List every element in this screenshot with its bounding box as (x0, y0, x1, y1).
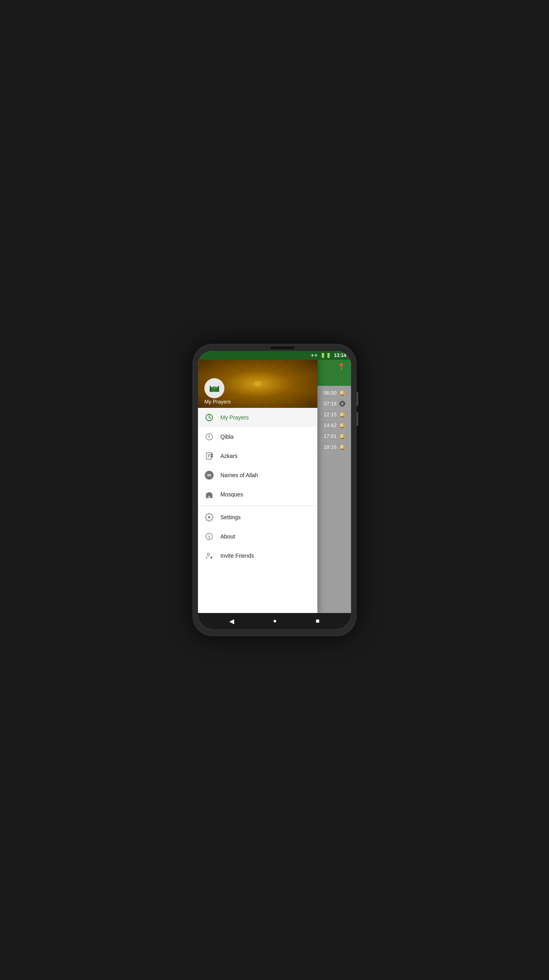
airplane-icon: ✈ (311, 353, 318, 358)
bell-icon-6[interactable] (339, 444, 345, 450)
menu-item-azkars[interactable]: Azkars (198, 446, 317, 466)
menu-label-qibla: Qibla (220, 434, 234, 440)
bell-icon-1[interactable] (339, 389, 345, 396)
menu-label-azkars: Azkars (220, 453, 238, 459)
prayer-time-2: 07:18 (323, 401, 337, 407)
svg-line-11 (238, 384, 258, 408)
drawer-avatar: ☪ (204, 378, 224, 398)
drawer-header-title: My Prayers (204, 399, 231, 405)
svg-point-46 (209, 534, 210, 535)
main-content: 📍 Erbil 06:00 07:18 (198, 360, 351, 613)
menu-label-my-prayers: My Prayers (220, 414, 249, 421)
mosque-icon (204, 490, 214, 499)
svg-line-8 (258, 384, 298, 408)
menu-item-invite-friends[interactable]: Invite Friends (198, 546, 317, 565)
menu-divider (198, 506, 317, 506)
location-pin-icon: 📍 (337, 363, 345, 371)
menu-item-my-prayers[interactable]: My Prayers (198, 408, 317, 427)
drawer-header: ☪ My Prayers (198, 360, 317, 408)
bell-icon-4[interactable] (339, 422, 345, 428)
svg-line-5 (258, 372, 298, 384)
svg-line-0 (218, 360, 258, 384)
99-names-icon: 99 (204, 470, 214, 480)
svg-line-27 (209, 417, 211, 418)
nav-back-button[interactable]: ◀ (229, 617, 234, 625)
svg-marker-29 (208, 434, 210, 437)
circle-99: 99 (205, 471, 214, 480)
svg-line-3 (258, 360, 278, 384)
menu-item-mosques[interactable]: Mosques (198, 485, 317, 504)
svg-rect-20 (210, 387, 211, 392)
volume-down-button[interactable] (357, 412, 358, 426)
menu-label-about: About (220, 533, 235, 540)
menu-item-about[interactable]: About (198, 527, 317, 546)
drawer-menu: My Prayers Qibla (198, 408, 317, 613)
svg-point-16 (254, 381, 261, 387)
svg-rect-22 (218, 387, 219, 392)
svg-line-4 (258, 360, 298, 384)
clock-icon (204, 413, 214, 422)
svg-line-7 (258, 384, 298, 396)
svg-marker-30 (208, 437, 210, 439)
mosque-svg-icon: ☪ (207, 381, 222, 395)
svg-line-15 (218, 372, 258, 384)
svg-rect-31 (206, 453, 212, 460)
volume-up-button[interactable] (357, 392, 358, 406)
svg-rect-19 (211, 389, 218, 392)
status-bar: ✈ 🔋 13:14 (198, 351, 351, 360)
menu-label-settings: Settings (220, 514, 241, 520)
menu-label-mosques: Mosques (220, 491, 243, 498)
menu-label-names-of-allah: Names of Allah (220, 472, 258, 478)
svg-rect-36 (211, 456, 213, 458)
bell-icon-2[interactable] (339, 400, 345, 407)
info-icon (204, 532, 214, 541)
prayer-time-4: 14:42 (323, 422, 337, 428)
book-icon (204, 451, 214, 461)
prayer-time-1: 06:00 (323, 390, 337, 396)
menu-item-qibla[interactable]: Qibla (198, 427, 317, 446)
nav-bar: ◀ ● ■ (198, 613, 351, 629)
phone-speaker (270, 347, 295, 349)
menu-label-invite-friends: Invite Friends (220, 553, 254, 559)
phone-frame: ✈ 🔋 13:14 📍 Erbil 06:00 (192, 344, 357, 636)
bell-icon-3[interactable] (339, 411, 345, 417)
svg-line-9 (258, 384, 278, 408)
nav-recent-button[interactable]: ■ (316, 617, 320, 625)
svg-rect-43 (208, 496, 210, 498)
prayer-time-6: 18:16 (323, 444, 337, 450)
battery-icon: 🔋 (320, 353, 331, 358)
settings-gear-icon (204, 512, 214, 522)
nav-drawer: ☪ My Prayers (198, 360, 317, 613)
prayer-time-5: 17:01 (323, 433, 337, 439)
svg-line-1 (238, 360, 258, 384)
status-time: 13:14 (334, 353, 346, 358)
invite-friends-icon (204, 551, 214, 561)
svg-point-47 (207, 553, 210, 556)
svg-point-35 (211, 454, 213, 456)
nav-home-button[interactable]: ● (273, 617, 277, 625)
compass-icon (204, 432, 214, 442)
bell-icon-5[interactable] (339, 433, 345, 439)
prayer-time-3: 12:15 (323, 411, 337, 417)
app-screen: ✈ 🔋 13:14 📍 Erbil 06:00 (198, 351, 351, 629)
phone-screen: ✈ 🔋 13:14 📍 Erbil 06:00 (198, 351, 351, 629)
menu-item-names-of-allah[interactable]: 99 Names of Allah (198, 466, 317, 485)
menu-item-settings[interactable]: Settings (198, 508, 317, 527)
svg-text:☪: ☪ (214, 386, 216, 389)
